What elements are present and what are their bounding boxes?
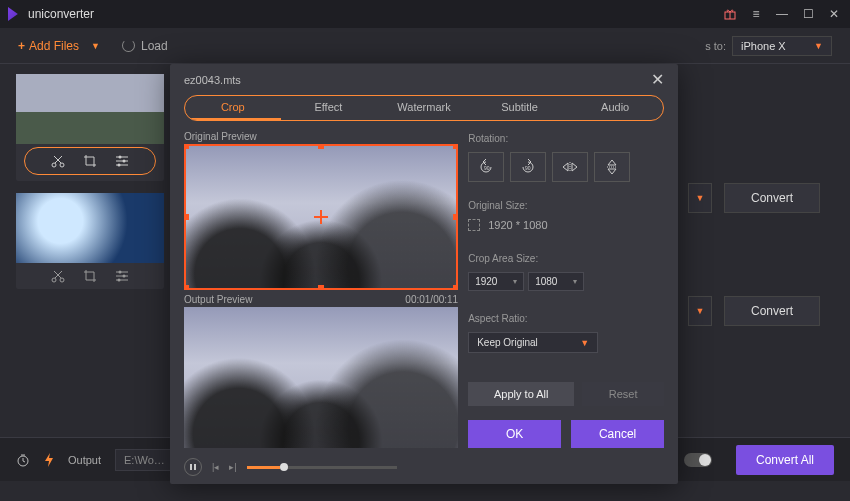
rotation-label: Rotation: bbox=[468, 133, 664, 144]
ok-cancel-row: OK Cancel bbox=[468, 420, 664, 448]
load-label: Load bbox=[141, 39, 168, 53]
playback-bar: |◂ ▸| bbox=[170, 454, 678, 484]
crop-settings-panel: Rotation: 90 90 Original Size: 1920 * 10… bbox=[468, 129, 664, 448]
crop-handle[interactable] bbox=[453, 285, 458, 290]
app-title: uniconverter bbox=[28, 7, 94, 21]
chevron-down-icon: ▼ bbox=[580, 338, 589, 348]
tab-subtitle[interactable]: Subtitle bbox=[472, 96, 568, 120]
crop-handle[interactable] bbox=[184, 214, 189, 220]
crop-handle[interactable] bbox=[184, 144, 189, 149]
chevron-down-icon: ▼ bbox=[91, 41, 100, 51]
seek-knob[interactable] bbox=[280, 463, 288, 471]
load-button[interactable]: Load bbox=[122, 39, 168, 53]
sliders-icon[interactable] bbox=[115, 269, 129, 283]
convert-format-dropdown[interactable]: ▼ bbox=[688, 296, 712, 326]
clip-edit-toolbar bbox=[24, 147, 156, 175]
scissors-icon[interactable] bbox=[51, 154, 65, 168]
chevron-down-icon: ▾ bbox=[573, 277, 577, 286]
apply-to-all-button[interactable]: Apply to All bbox=[468, 382, 574, 406]
svg-point-8 bbox=[123, 160, 126, 163]
cancel-button[interactable]: Cancel bbox=[571, 420, 664, 448]
editor-tabs: Crop Effect Watermark Subtitle Audio bbox=[184, 95, 664, 121]
output-to-label: s to: bbox=[705, 40, 726, 52]
output-target-select[interactable]: iPhone X ▼ bbox=[732, 36, 832, 56]
bolt-icon[interactable] bbox=[44, 453, 54, 467]
crop-height-input[interactable]: 1080 ▾ bbox=[528, 272, 584, 291]
output-preview-label: Output Preview bbox=[184, 294, 252, 305]
output-target-value: iPhone X bbox=[741, 40, 786, 52]
tab-effect[interactable]: Effect bbox=[281, 96, 377, 120]
convert-format-dropdown[interactable]: ▼ bbox=[688, 183, 712, 213]
rotate-right-button[interactable]: 90 bbox=[510, 152, 546, 182]
preview-column: Original Preview Output Preview 00:01/00… bbox=[184, 129, 458, 448]
svg-point-16 bbox=[123, 275, 126, 278]
convert-button[interactable]: Convert bbox=[724, 296, 820, 326]
svg-point-3 bbox=[60, 163, 64, 167]
crop-handle[interactable] bbox=[318, 285, 324, 290]
rotate-left-button[interactable]: 90 bbox=[468, 152, 504, 182]
crop-handle[interactable] bbox=[453, 144, 458, 149]
clip-item[interactable] bbox=[16, 193, 164, 289]
svg-text:90: 90 bbox=[484, 165, 490, 171]
tab-audio[interactable]: Audio bbox=[567, 96, 663, 120]
prev-frame-button[interactable]: |◂ bbox=[212, 462, 219, 472]
clip-list bbox=[0, 64, 180, 299]
spinner-icon bbox=[122, 39, 135, 52]
menu-icon[interactable]: ≡ bbox=[748, 6, 764, 22]
output-path-value: E:\Wo… bbox=[124, 454, 165, 466]
add-files-label: Add Files bbox=[29, 39, 79, 53]
clip-item[interactable] bbox=[16, 74, 164, 181]
close-icon[interactable]: ✕ bbox=[651, 70, 664, 89]
crop-center-icon[interactable] bbox=[314, 210, 328, 224]
convert-all-button[interactable]: Convert All bbox=[736, 445, 834, 475]
main-toolbar: + Add Files ▼ Load s to: iPhone X ▼ bbox=[0, 28, 850, 64]
convert-button[interactable]: Convert bbox=[724, 183, 820, 213]
original-preview[interactable] bbox=[184, 144, 458, 290]
next-frame-button[interactable]: ▸| bbox=[229, 462, 236, 472]
reset-button[interactable]: Reset bbox=[582, 382, 664, 406]
minimize-icon[interactable]: — bbox=[774, 6, 790, 22]
add-files-button[interactable]: + Add Files ▼ bbox=[18, 39, 100, 53]
play-pause-button[interactable] bbox=[184, 458, 202, 476]
crop-icon[interactable] bbox=[83, 269, 97, 283]
tab-watermark[interactable]: Watermark bbox=[376, 96, 472, 120]
flip-horizontal-button[interactable] bbox=[552, 152, 588, 182]
flip-vertical-button[interactable] bbox=[594, 152, 630, 182]
aspect-ratio-label: Aspect Ratio: bbox=[468, 313, 664, 324]
crop-handle[interactable] bbox=[453, 214, 458, 220]
scissors-icon[interactable] bbox=[51, 269, 65, 283]
plus-icon: + bbox=[18, 39, 25, 53]
clip-thumbnail bbox=[16, 74, 164, 144]
seek-bar[interactable] bbox=[247, 466, 397, 469]
original-size-row: 1920 * 1080 bbox=[468, 219, 664, 231]
clip-thumbnail bbox=[16, 193, 164, 263]
output-label: Output bbox=[68, 454, 101, 466]
ok-button[interactable]: OK bbox=[468, 420, 561, 448]
sliders-icon[interactable] bbox=[115, 154, 129, 168]
modal-header: ez0043.mts ✕ bbox=[170, 64, 678, 91]
merge-toggle[interactable] bbox=[684, 453, 712, 467]
editing-filename: ez0043.mts bbox=[184, 74, 241, 86]
svg-point-15 bbox=[119, 271, 122, 274]
crop-width-value: 1920 bbox=[475, 276, 497, 287]
aspect-ratio-select[interactable]: Keep Original ▼ bbox=[468, 332, 598, 353]
close-icon[interactable]: ✕ bbox=[826, 6, 842, 22]
crop-editor-modal: ez0043.mts ✕ Crop Effect Watermark Subti… bbox=[170, 64, 678, 484]
maximize-icon[interactable]: ☐ bbox=[800, 6, 816, 22]
tab-crop[interactable]: Crop bbox=[185, 96, 281, 120]
crop-icon[interactable] bbox=[83, 154, 97, 168]
clock-icon[interactable] bbox=[16, 453, 30, 467]
svg-rect-22 bbox=[190, 464, 192, 470]
video-frame bbox=[184, 307, 458, 449]
app-logo-icon bbox=[8, 7, 22, 21]
crop-handle[interactable] bbox=[184, 285, 189, 290]
titlebar: uniconverter ≡ — ☐ ✕ bbox=[0, 0, 850, 28]
gift-icon[interactable] bbox=[722, 6, 738, 22]
original-size-value: 1920 * 1080 bbox=[488, 219, 547, 231]
svg-point-7 bbox=[119, 156, 122, 159]
chevron-down-icon: ▼ bbox=[814, 41, 823, 51]
crop-width-input[interactable]: 1920 ▾ bbox=[468, 272, 524, 291]
rotation-buttons: 90 90 bbox=[468, 152, 664, 182]
main-area: + Add Files ▼ Load s to: iPhone X ▼ bbox=[0, 28, 850, 481]
crop-handle[interactable] bbox=[318, 144, 324, 149]
